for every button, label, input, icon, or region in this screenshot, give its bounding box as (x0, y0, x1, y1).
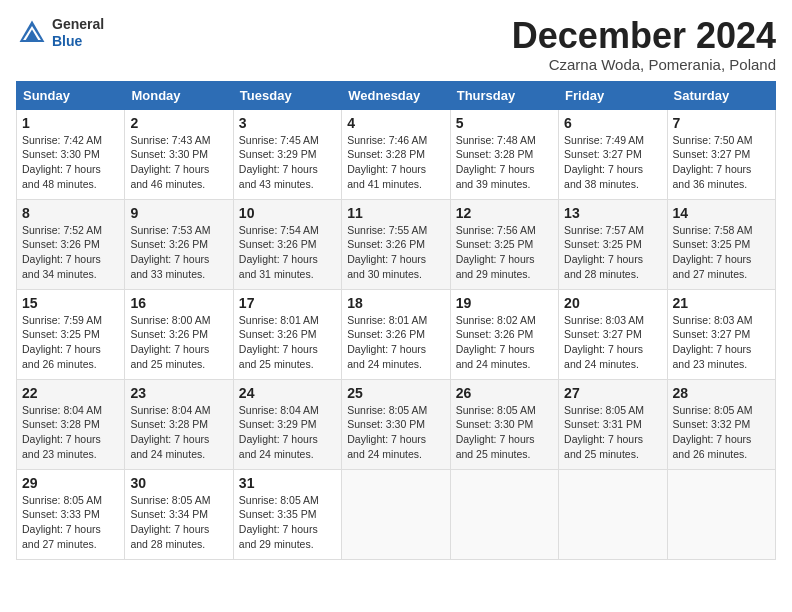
col-thursday: Thursday (450, 81, 558, 109)
header-row: Sunday Monday Tuesday Wednesday Thursday… (17, 81, 776, 109)
day-number: 17 (239, 295, 336, 311)
day-detail: Sunrise: 7:58 AM Sunset: 3:25 PM Dayligh… (673, 223, 770, 282)
calendar-cell: 25Sunrise: 8:05 AM Sunset: 3:30 PM Dayli… (342, 379, 450, 469)
day-detail: Sunrise: 8:05 AM Sunset: 3:31 PM Dayligh… (564, 403, 661, 462)
day-number: 28 (673, 385, 770, 401)
day-detail: Sunrise: 7:57 AM Sunset: 3:25 PM Dayligh… (564, 223, 661, 282)
calendar-cell: 11Sunrise: 7:55 AM Sunset: 3:26 PM Dayli… (342, 199, 450, 289)
col-saturday: Saturday (667, 81, 775, 109)
day-number: 29 (22, 475, 119, 491)
calendar-week-5: 29Sunrise: 8:05 AM Sunset: 3:33 PM Dayli… (17, 469, 776, 559)
calendar-cell: 23Sunrise: 8:04 AM Sunset: 3:28 PM Dayli… (125, 379, 233, 469)
calendar-cell: 16Sunrise: 8:00 AM Sunset: 3:26 PM Dayli… (125, 289, 233, 379)
calendar-cell: 8Sunrise: 7:52 AM Sunset: 3:26 PM Daylig… (17, 199, 125, 289)
logo: General Blue (16, 16, 104, 50)
day-detail: Sunrise: 8:01 AM Sunset: 3:26 PM Dayligh… (239, 313, 336, 372)
day-number: 23 (130, 385, 227, 401)
calendar-week-1: 1Sunrise: 7:42 AM Sunset: 3:30 PM Daylig… (17, 109, 776, 199)
day-number: 1 (22, 115, 119, 131)
day-detail: Sunrise: 8:01 AM Sunset: 3:26 PM Dayligh… (347, 313, 444, 372)
col-monday: Monday (125, 81, 233, 109)
day-number: 10 (239, 205, 336, 221)
calendar-cell (559, 469, 667, 559)
day-detail: Sunrise: 7:46 AM Sunset: 3:28 PM Dayligh… (347, 133, 444, 192)
day-detail: Sunrise: 7:42 AM Sunset: 3:30 PM Dayligh… (22, 133, 119, 192)
calendar-cell: 17Sunrise: 8:01 AM Sunset: 3:26 PM Dayli… (233, 289, 341, 379)
day-detail: Sunrise: 8:05 AM Sunset: 3:33 PM Dayligh… (22, 493, 119, 552)
day-detail: Sunrise: 8:02 AM Sunset: 3:26 PM Dayligh… (456, 313, 553, 372)
day-number: 21 (673, 295, 770, 311)
calendar-cell: 20Sunrise: 8:03 AM Sunset: 3:27 PM Dayli… (559, 289, 667, 379)
day-number: 30 (130, 475, 227, 491)
day-number: 4 (347, 115, 444, 131)
calendar-cell: 9Sunrise: 7:53 AM Sunset: 3:26 PM Daylig… (125, 199, 233, 289)
calendar-cell: 5Sunrise: 7:48 AM Sunset: 3:28 PM Daylig… (450, 109, 558, 199)
calendar-header: Sunday Monday Tuesday Wednesday Thursday… (17, 81, 776, 109)
day-detail: Sunrise: 8:05 AM Sunset: 3:32 PM Dayligh… (673, 403, 770, 462)
logo-general-text: General (52, 16, 104, 33)
day-detail: Sunrise: 7:45 AM Sunset: 3:29 PM Dayligh… (239, 133, 336, 192)
day-number: 7 (673, 115, 770, 131)
calendar-cell: 2Sunrise: 7:43 AM Sunset: 3:30 PM Daylig… (125, 109, 233, 199)
day-number: 24 (239, 385, 336, 401)
day-detail: Sunrise: 8:05 AM Sunset: 3:34 PM Dayligh… (130, 493, 227, 552)
day-detail: Sunrise: 7:59 AM Sunset: 3:25 PM Dayligh… (22, 313, 119, 372)
calendar-table: Sunday Monday Tuesday Wednesday Thursday… (16, 81, 776, 560)
title-section: December 2024 Czarna Woda, Pomerania, Po… (512, 16, 776, 73)
day-detail: Sunrise: 7:53 AM Sunset: 3:26 PM Dayligh… (130, 223, 227, 282)
calendar-week-4: 22Sunrise: 8:04 AM Sunset: 3:28 PM Dayli… (17, 379, 776, 469)
day-number: 11 (347, 205, 444, 221)
day-detail: Sunrise: 8:04 AM Sunset: 3:28 PM Dayligh… (22, 403, 119, 462)
logo-text: General Blue (52, 16, 104, 50)
day-number: 3 (239, 115, 336, 131)
day-number: 31 (239, 475, 336, 491)
calendar-week-3: 15Sunrise: 7:59 AM Sunset: 3:25 PM Dayli… (17, 289, 776, 379)
calendar-cell: 12Sunrise: 7:56 AM Sunset: 3:25 PM Dayli… (450, 199, 558, 289)
calendar-cell: 18Sunrise: 8:01 AM Sunset: 3:26 PM Dayli… (342, 289, 450, 379)
day-detail: Sunrise: 7:43 AM Sunset: 3:30 PM Dayligh… (130, 133, 227, 192)
calendar-cell: 19Sunrise: 8:02 AM Sunset: 3:26 PM Dayli… (450, 289, 558, 379)
calendar-cell: 14Sunrise: 7:58 AM Sunset: 3:25 PM Dayli… (667, 199, 775, 289)
day-number: 16 (130, 295, 227, 311)
calendar-cell: 29Sunrise: 8:05 AM Sunset: 3:33 PM Dayli… (17, 469, 125, 559)
day-detail: Sunrise: 8:00 AM Sunset: 3:26 PM Dayligh… (130, 313, 227, 372)
day-number: 9 (130, 205, 227, 221)
calendar-cell: 6Sunrise: 7:49 AM Sunset: 3:27 PM Daylig… (559, 109, 667, 199)
calendar-cell: 24Sunrise: 8:04 AM Sunset: 3:29 PM Dayli… (233, 379, 341, 469)
calendar-cell: 15Sunrise: 7:59 AM Sunset: 3:25 PM Dayli… (17, 289, 125, 379)
day-number: 18 (347, 295, 444, 311)
day-number: 6 (564, 115, 661, 131)
day-detail: Sunrise: 8:05 AM Sunset: 3:30 PM Dayligh… (456, 403, 553, 462)
calendar-week-2: 8Sunrise: 7:52 AM Sunset: 3:26 PM Daylig… (17, 199, 776, 289)
col-tuesday: Tuesday (233, 81, 341, 109)
calendar-cell: 1Sunrise: 7:42 AM Sunset: 3:30 PM Daylig… (17, 109, 125, 199)
day-detail: Sunrise: 8:05 AM Sunset: 3:35 PM Dayligh… (239, 493, 336, 552)
calendar-cell: 10Sunrise: 7:54 AM Sunset: 3:26 PM Dayli… (233, 199, 341, 289)
calendar-cell: 26Sunrise: 8:05 AM Sunset: 3:30 PM Dayli… (450, 379, 558, 469)
logo-blue-text: Blue (52, 33, 104, 50)
day-detail: Sunrise: 8:04 AM Sunset: 3:28 PM Dayligh… (130, 403, 227, 462)
calendar-cell: 22Sunrise: 8:04 AM Sunset: 3:28 PM Dayli… (17, 379, 125, 469)
day-detail: Sunrise: 8:03 AM Sunset: 3:27 PM Dayligh… (564, 313, 661, 372)
calendar-cell: 7Sunrise: 7:50 AM Sunset: 3:27 PM Daylig… (667, 109, 775, 199)
col-sunday: Sunday (17, 81, 125, 109)
day-detail: Sunrise: 8:03 AM Sunset: 3:27 PM Dayligh… (673, 313, 770, 372)
day-detail: Sunrise: 7:49 AM Sunset: 3:27 PM Dayligh… (564, 133, 661, 192)
day-detail: Sunrise: 7:52 AM Sunset: 3:26 PM Dayligh… (22, 223, 119, 282)
calendar-cell: 31Sunrise: 8:05 AM Sunset: 3:35 PM Dayli… (233, 469, 341, 559)
calendar-cell: 21Sunrise: 8:03 AM Sunset: 3:27 PM Dayli… (667, 289, 775, 379)
day-number: 13 (564, 205, 661, 221)
calendar-cell: 28Sunrise: 8:05 AM Sunset: 3:32 PM Dayli… (667, 379, 775, 469)
day-number: 14 (673, 205, 770, 221)
day-number: 15 (22, 295, 119, 311)
day-detail: Sunrise: 8:04 AM Sunset: 3:29 PM Dayligh… (239, 403, 336, 462)
calendar-cell: 30Sunrise: 8:05 AM Sunset: 3:34 PM Dayli… (125, 469, 233, 559)
day-number: 8 (22, 205, 119, 221)
day-number: 27 (564, 385, 661, 401)
calendar-cell (342, 469, 450, 559)
calendar-cell: 3Sunrise: 7:45 AM Sunset: 3:29 PM Daylig… (233, 109, 341, 199)
day-detail: Sunrise: 7:50 AM Sunset: 3:27 PM Dayligh… (673, 133, 770, 192)
day-detail: Sunrise: 8:05 AM Sunset: 3:30 PM Dayligh… (347, 403, 444, 462)
day-number: 20 (564, 295, 661, 311)
day-detail: Sunrise: 7:56 AM Sunset: 3:25 PM Dayligh… (456, 223, 553, 282)
